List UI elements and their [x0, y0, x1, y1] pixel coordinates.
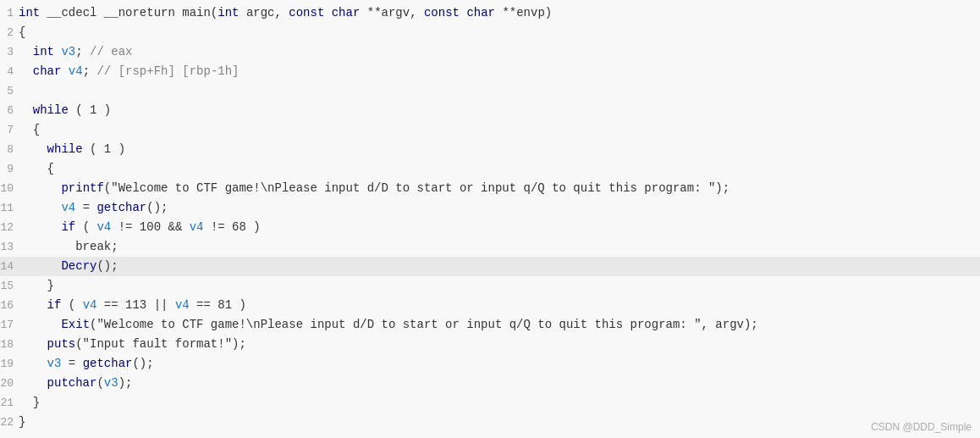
- line-content: Exit("Welcome to CTF game!\nPlease input…: [19, 315, 980, 334]
- line-content: while ( 1 ): [19, 140, 980, 158]
- line-number: 4: [0, 63, 19, 81]
- line-content: v3 = getchar();: [19, 354, 980, 373]
- table-row: 22}: [0, 413, 980, 432]
- line-number: 12: [0, 219, 19, 237]
- line-number: 11: [0, 199, 19, 218]
- line-number: 18: [0, 335, 19, 354]
- table-row: 19 v3 = getchar();: [0, 354, 980, 374]
- line-content: [19, 81, 980, 100]
- table-row: 13 break;: [0, 237, 980, 257]
- code-viewer: 1int __cdecl __noreturn main(int argc, c…: [0, 0, 980, 438]
- line-content: putchar(v3);: [19, 374, 980, 392]
- line-number: 1: [0, 4, 19, 23]
- line-number: 5: [0, 82, 19, 101]
- line-number: 17: [0, 316, 19, 335]
- line-number: 14: [0, 258, 19, 276]
- line-content: v4 = getchar();: [19, 198, 980, 217]
- line-number: 8: [0, 141, 19, 159]
- line-number: 6: [0, 102, 19, 120]
- table-row: 16 if ( v4 == 113 || v4 == 81 ): [0, 296, 980, 315]
- table-row: 7 {: [0, 120, 980, 140]
- table-row: 14 Decry();: [0, 257, 980, 276]
- line-content: {: [19, 23, 980, 42]
- line-number: 15: [0, 277, 19, 296]
- table-row: 2{: [0, 23, 980, 42]
- line-content: break;: [19, 237, 980, 256]
- line-number: 7: [0, 121, 19, 140]
- line-content: }: [19, 393, 980, 412]
- table-row: 21 }: [0, 393, 980, 413]
- table-row: 3 int v3; // eax: [0, 42, 980, 62]
- line-number: 9: [0, 160, 19, 179]
- line-content: printf("Welcome to CTF game!\nPlease inp…: [19, 179, 980, 197]
- line-number: 19: [0, 355, 19, 374]
- line-content: Decry();: [19, 257, 980, 275]
- table-row: 9 {: [0, 159, 980, 179]
- line-content: puts("Input fault format!");: [19, 335, 980, 353]
- line-number: 21: [0, 394, 19, 413]
- watermark: CSDN @DDD_Simple: [871, 421, 972, 433]
- line-number: 10: [0, 180, 19, 198]
- table-row: 17 Exit("Welcome to CTF game!\nPlease in…: [0, 315, 980, 335]
- table-row: 10 printf("Welcome to CTF game!\nPlease …: [0, 179, 980, 198]
- table-row: 4 char v4; // [rsp+Fh] [rbp-1h]: [0, 62, 980, 81]
- table-row: 11 v4 = getchar();: [0, 198, 980, 218]
- table-row: 8 while ( 1 ): [0, 140, 980, 159]
- table-row: 20 putchar(v3);: [0, 374, 980, 393]
- line-number: 22: [0, 413, 19, 432]
- table-row: 5: [0, 81, 980, 101]
- line-content: {: [19, 159, 980, 178]
- line-content: if ( v4 == 113 || v4 == 81 ): [19, 296, 980, 314]
- table-row: 12 if ( v4 != 100 && v4 != 68 ): [0, 218, 980, 237]
- line-content: char v4; // [rsp+Fh] [rbp-1h]: [19, 62, 980, 80]
- table-row: 6 while ( 1 ): [0, 101, 980, 120]
- line-number: 2: [0, 24, 19, 42]
- table-row: 1int __cdecl __noreturn main(int argc, c…: [0, 3, 980, 23]
- line-content: int __cdecl __noreturn main(int argc, co…: [19, 3, 980, 22]
- line-number: 16: [0, 297, 19, 315]
- line-content: int v3; // eax: [19, 42, 980, 61]
- line-content: if ( v4 != 100 && v4 != 68 ): [19, 218, 980, 236]
- line-number: 13: [0, 238, 19, 257]
- table-row: 15 }: [0, 276, 980, 296]
- line-number: 20: [0, 374, 19, 393]
- table-row: 18 puts("Input fault format!");: [0, 335, 980, 354]
- line-content: while ( 1 ): [19, 101, 980, 119]
- line-number: 3: [0, 43, 19, 62]
- line-content: }: [19, 276, 980, 295]
- line-content: {: [19, 120, 980, 139]
- line-content: }: [19, 413, 980, 431]
